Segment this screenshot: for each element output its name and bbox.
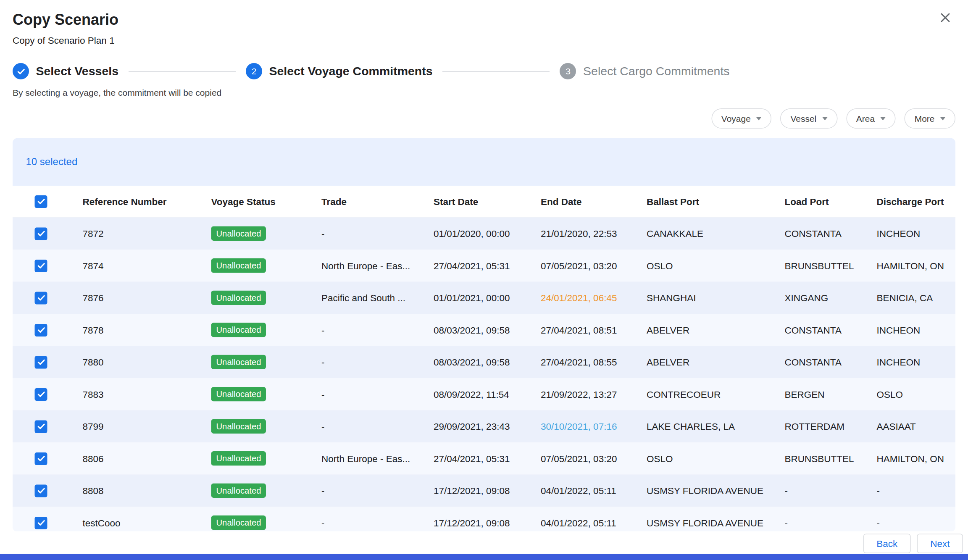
voyage-status-badge: Unallocated [211,355,266,369]
cell-reference-number: 7872 [69,228,198,239]
step-label: Select Cargo Commitments [583,64,729,78]
cell-discharge-port: - [863,518,955,528]
stepper-connector [129,71,236,72]
row-checkbox[interactable] [35,292,47,304]
step-select-cargo-commitments[interactable]: 3 Select Cargo Commitments [560,63,730,79]
cell-voyage-status: Unallocated [198,451,308,465]
column-header-start-date: Start Date [421,196,528,207]
filter-more-dropdown[interactable]: More [905,108,955,129]
cell-trade: Pacific and South ... [308,292,421,303]
cell-ballast-port: OSLO [634,453,772,464]
table-row[interactable]: 7880 Unallocated - 08/03/2021, 09:58 27/… [13,346,955,379]
row-checkbox[interactable] [35,323,47,336]
cell-voyage-status: Unallocated [198,355,308,369]
column-header-voyage-status: Voyage Status [198,196,308,207]
cell-discharge-port: BENICIA, CA [863,292,955,303]
cell-voyage-status: Unallocated [198,484,308,498]
cell-end-date: 07/05/2021, 03:20 [528,260,634,271]
filter-area-dropdown[interactable]: Area [846,108,896,129]
step-number-badge: 3 [560,63,576,79]
back-button[interactable]: Back [863,534,911,554]
cell-trade: - [308,518,421,528]
row-checkbox[interactable] [35,516,47,529]
dialog-footer: Back Next [0,531,968,557]
table-row[interactable]: 8799 Unallocated - 29/09/2021, 23:43 30/… [13,410,955,443]
voyage-status-badge: Unallocated [211,291,266,305]
cell-reference-number: 7876 [69,292,198,303]
voyage-status-badge: Unallocated [211,515,266,530]
table-row[interactable]: 7876 Unallocated Pacific and South ... 0… [13,282,955,314]
select-all-checkbox[interactable] [35,195,47,208]
cell-load-port: - [771,518,863,528]
column-header-load-port: Load Port [771,196,863,207]
cell-ballast-port: ABELVER [634,325,772,336]
cell-load-port: - [771,485,863,496]
table-row[interactable]: 7872 Unallocated - 01/01/2020, 00:00 21/… [13,218,955,250]
row-checkbox[interactable] [35,452,47,465]
cell-load-port: ROTTERDAM [771,421,863,432]
cell-end-date: 04/01/2022, 05:11 [528,485,634,496]
row-checkbox[interactable] [35,388,47,400]
cell-end-date: 30/10/2021, 07:16 [528,421,634,432]
cell-load-port: BRUNSBUTTEL [771,260,863,271]
row-checkbox[interactable] [35,227,47,240]
cell-end-date: 21/01/2020, 22:53 [528,228,634,239]
close-button[interactable] [938,11,953,26]
step-number-badge: 2 [246,63,262,79]
cell-ballast-port: ABELVER [634,357,772,368]
voyage-commitments-table: 10 selected Reference Number Voyage Stat… [13,138,955,532]
stepper: Select Vessels 2 Select Voyage Commitmen… [13,63,955,79]
cell-load-port: BRUNSBUTTEL [771,453,863,464]
page-title: Copy Scenario [13,10,955,29]
table-row[interactable]: 7883 Unallocated - 08/09/2022, 11:54 21/… [13,378,955,410]
voyage-status-badge: Unallocated [211,419,266,434]
cell-end-date: 27/04/2021, 08:55 [528,357,634,368]
cell-discharge-port: HAMILTON, ON [863,260,955,271]
cell-voyage-status: Unallocated [198,515,308,530]
cell-reference-number: 7874 [69,260,198,271]
dialog-subtitle: Copy of Scenario Plan 1 [13,34,955,47]
selection-summary: 10 selected [13,138,955,186]
cell-discharge-port: - [863,485,955,496]
table-row[interactable]: 7878 Unallocated - 08/03/2021, 09:58 27/… [13,314,955,346]
selected-count: 10 selected [26,156,78,168]
table-row[interactable]: testCooo Unallocated - 17/12/2021, 09:08… [13,507,955,532]
cell-ballast-port: OSLO [634,260,772,271]
cell-voyage-status: Unallocated [198,291,308,305]
cell-start-date: 17/12/2021, 09:08 [421,485,528,496]
cell-trade: North Europe - Eas... [308,260,421,271]
row-checkbox[interactable] [35,356,47,368]
cell-voyage-status: Unallocated [198,323,308,337]
copy-scenario-dialog: Copy Scenario Copy of Scenario Plan 1 Se… [0,0,968,560]
cell-reference-number: 7880 [69,357,198,368]
cell-discharge-port: OSLO [863,389,955,400]
table-row[interactable]: 7874 Unallocated North Europe - Eas... 2… [13,250,955,282]
table-row[interactable]: 8806 Unallocated North Europe - Eas... 2… [13,442,955,475]
cell-start-date: 08/09/2022, 11:54 [421,389,528,400]
cell-start-date: 27/04/2021, 05:31 [421,260,528,271]
step-label: Select Voyage Commitments [269,64,433,78]
row-checkbox[interactable] [35,420,47,433]
table-header-row: Reference Number Voyage Status Trade Sta… [13,186,955,218]
cell-load-port: CONSTANTA [771,228,863,239]
cell-discharge-port: INCHEON [863,228,955,239]
row-checkbox[interactable] [35,484,47,497]
voyage-status-badge: Unallocated [211,451,266,465]
step-select-voyage-commitments[interactable]: 2 Select Voyage Commitments [246,63,433,79]
row-checkbox[interactable] [35,259,47,272]
step-select-vessels[interactable]: Select Vessels [13,63,118,79]
cell-reference-number: 7883 [69,389,198,400]
table-row[interactable]: 8808 Unallocated - 17/12/2021, 09:08 04/… [13,475,955,507]
cell-trade: - [308,228,421,239]
cell-discharge-port: INCHEON [863,357,955,368]
next-button[interactable]: Next [917,534,963,554]
table-body: 7872 Unallocated - 01/01/2020, 00:00 21/… [13,218,955,532]
cell-ballast-port: USMSY FLORIDA AVENUE [634,485,772,496]
cell-reference-number: 8806 [69,453,198,464]
step-complete-check-icon [13,63,29,79]
cell-trade: - [308,485,421,496]
filter-voyage-dropdown[interactable]: Voyage [711,108,772,129]
column-header-discharge-port: Discharge Port [863,196,955,207]
filter-vessel-dropdown[interactable]: Vessel [780,108,837,129]
cell-discharge-port: INCHEON [863,325,955,336]
